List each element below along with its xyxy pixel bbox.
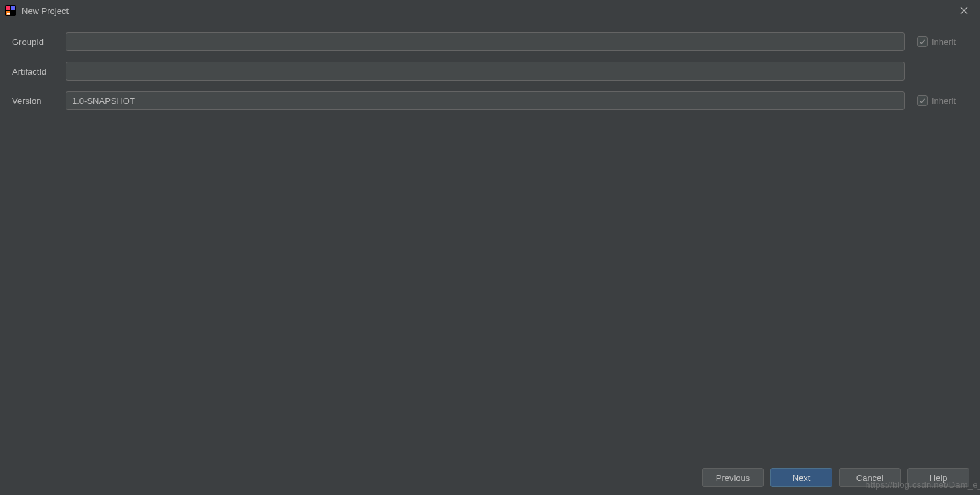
check-icon xyxy=(919,97,926,104)
artifactid-label: ArtifactId xyxy=(12,66,66,77)
version-label: Version xyxy=(12,96,66,106)
app-icon xyxy=(5,5,16,16)
groupid-label: GroupId xyxy=(12,37,66,47)
version-input[interactable] xyxy=(66,91,905,110)
artifactid-row: ArtifactId xyxy=(12,62,969,81)
artifactid-input[interactable] xyxy=(66,62,905,81)
groupid-row: GroupId Inherit xyxy=(12,32,969,51)
next-button[interactable]: Next xyxy=(770,468,832,487)
groupid-inherit-checkbox[interactable] xyxy=(917,36,928,47)
groupid-inherit-wrap: Inherit xyxy=(917,36,969,47)
previous-button[interactable]: Previous xyxy=(702,468,764,487)
help-button[interactable]: Help xyxy=(907,468,969,487)
button-bar: Previous Next Cancel Help xyxy=(702,468,969,487)
svg-rect-4 xyxy=(7,13,10,15)
version-inherit-label: Inherit xyxy=(932,96,956,106)
window-title: New Project xyxy=(21,6,69,16)
svg-rect-1 xyxy=(6,6,10,10)
groupid-input[interactable] xyxy=(66,32,905,51)
version-inherit-wrap: Inherit xyxy=(917,95,969,106)
close-icon xyxy=(960,7,968,15)
svg-rect-2 xyxy=(11,6,15,10)
version-inherit-checkbox[interactable] xyxy=(917,95,928,106)
version-row: Version Inherit xyxy=(12,91,969,110)
form-content: GroupId Inherit ArtifactId Version Inher… xyxy=(0,21,980,110)
titlebar: New Project xyxy=(0,0,980,21)
close-button[interactable] xyxy=(953,0,975,21)
groupid-inherit-label: Inherit xyxy=(932,37,956,47)
cancel-button[interactable]: Cancel xyxy=(839,468,901,487)
check-icon xyxy=(919,38,926,45)
